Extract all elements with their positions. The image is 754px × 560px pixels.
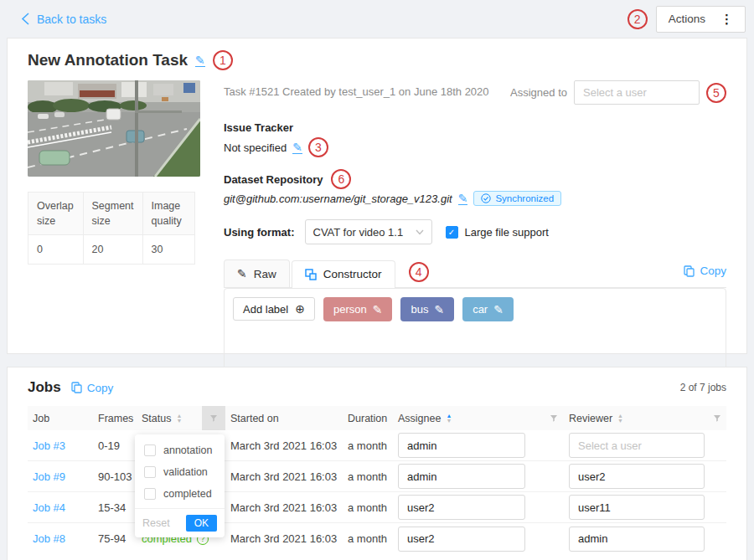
assignee-input[interactable] xyxy=(398,433,525,458)
filter-option-annotation[interactable]: annotation xyxy=(135,439,225,461)
page-title: New Annotation Task xyxy=(28,51,188,69)
back-to-tasks-link[interactable]: Back to tasks xyxy=(21,13,106,26)
param-value: 20 xyxy=(83,235,142,265)
large-file-label: Large file support xyxy=(465,226,549,239)
table-row: Job #9 90-103 March 3rd 2021 16:03 a mon… xyxy=(28,461,726,492)
col-status[interactable]: Status ▲▼ xyxy=(137,406,202,430)
checkbox-checked-icon: ✓ xyxy=(446,226,458,239)
callout-1: 1 xyxy=(213,50,233,70)
duration-cell: a month xyxy=(343,532,393,545)
param-header: Segment size xyxy=(83,193,142,235)
copy-jobs-link[interactable]: Copy xyxy=(71,382,114,394)
pencil-icon[interactable]: ✎ xyxy=(434,303,444,316)
jobs-card: Jobs Copy 2 of 7 jobs Job Frames Status … xyxy=(7,367,747,560)
status-filter-icon[interactable] xyxy=(202,406,225,430)
col-assignee[interactable]: Assignee ▲▼ xyxy=(393,406,544,430)
format-select[interactable]: CVAT for video 1.1 xyxy=(305,219,432,244)
filter-ok-button[interactable]: OK xyxy=(186,515,217,532)
job-link[interactable]: Job #9 xyxy=(33,470,65,483)
param-value: 0 xyxy=(28,235,84,265)
callout-2: 2 xyxy=(627,9,648,29)
started-cell: March 3rd 2021 16:03 xyxy=(225,439,343,452)
duration-cell: a month xyxy=(343,470,393,483)
col-job[interactable]: Job xyxy=(28,406,93,430)
issue-tracker-label: Issue Tracker xyxy=(224,121,726,134)
duration-cell: a month xyxy=(343,439,393,452)
reviewer-input[interactable] xyxy=(569,464,705,489)
dataset-repo-label: Dataset Repository xyxy=(224,173,323,186)
plus-circle-icon: ⊕ xyxy=(295,302,305,316)
callout-4: 4 xyxy=(409,262,429,282)
assignee-select-input[interactable] xyxy=(574,80,700,105)
col-duration[interactable]: Duration xyxy=(343,406,393,430)
dataset-repo-url: git@github.com:username/git_storage_v123… xyxy=(224,193,452,205)
table-row: Job #3 0-19 March 3rd 2021 16:03 a month xyxy=(28,430,726,461)
assignee-input[interactable] xyxy=(398,464,525,489)
started-cell: March 3rd 2021 16:03 xyxy=(225,470,343,483)
label-chip-person[interactable]: person ✎ xyxy=(323,297,392,321)
checkbox-icon xyxy=(144,488,156,500)
copy-icon xyxy=(684,265,695,277)
block-icon xyxy=(305,269,317,280)
job-link[interactable]: Job #3 xyxy=(33,439,65,452)
chevron-down-icon xyxy=(416,229,424,235)
labels-constructor-panel: Add label ⊕ person ✎ bus ✎ car ✎ xyxy=(224,288,726,378)
edit-title-icon[interactable]: ✎ xyxy=(195,54,205,67)
job-link[interactable]: Job #8 xyxy=(33,532,65,545)
filter-option-validation[interactable]: validation xyxy=(135,461,225,483)
assigned-to-label: Assigned to xyxy=(510,86,567,99)
frames-cell: 75-94 xyxy=(93,532,137,545)
sort-icons[interactable]: ▲▼ xyxy=(617,414,623,424)
callout-3: 3 xyxy=(308,137,328,157)
assignee-input[interactable] xyxy=(398,495,525,520)
reviewer-input[interactable] xyxy=(569,527,705,552)
actions-button[interactable]: Actions ⋮ xyxy=(656,6,746,33)
large-file-checkbox[interactable]: ✓ Large file support xyxy=(446,226,549,239)
status-filter-dropdown: annotation validation completed Reset OK xyxy=(135,434,225,537)
sort-icons[interactable]: ▲▼ xyxy=(446,414,452,424)
edit-repo-icon[interactable]: ✎ xyxy=(458,193,468,205)
sync-status-badge: Synchronized xyxy=(473,191,561,206)
copy-icon xyxy=(71,382,82,393)
frames-cell: 15-34 xyxy=(93,501,137,514)
pencil-icon[interactable]: ✎ xyxy=(493,303,504,316)
edit-issue-tracker-icon[interactable]: ✎ xyxy=(292,141,302,154)
pencil-icon: ✎ xyxy=(237,267,247,280)
task-details-card: New Annotation Task ✎ 1 xyxy=(7,38,747,354)
job-link[interactable]: Job #4 xyxy=(33,501,65,514)
col-frames[interactable]: Frames xyxy=(93,406,137,430)
jobs-count: 2 of 7 jobs xyxy=(680,382,726,393)
check-circle-icon xyxy=(481,193,491,203)
col-reviewer[interactable]: Reviewer ▲▼ xyxy=(564,406,708,430)
param-header: Image quality xyxy=(142,193,194,235)
task-meta: Task #1521 Created by test_user_1 on Jun… xyxy=(224,80,489,98)
jobs-table-header: Job Frames Status ▲▼ Started on Duration… xyxy=(28,406,726,430)
reviewer-filter-icon[interactable] xyxy=(708,406,726,430)
issue-tracker-value: Not specified xyxy=(224,141,287,154)
add-label-button[interactable]: Add label ⊕ xyxy=(233,297,315,321)
sort-icons[interactable]: ▲▼ xyxy=(176,414,182,424)
pencil-icon[interactable]: ✎ xyxy=(373,303,383,316)
task-params-table: Overlap size Segment size Image quality … xyxy=(28,192,195,265)
filter-option-completed[interactable]: completed xyxy=(135,483,225,505)
param-value: 30 xyxy=(142,235,194,265)
labels-tabs: ✎ Raw Constructor 4 Copy xyxy=(224,259,726,288)
frames-cell: 90-103 xyxy=(93,470,137,483)
assignee-filter-icon[interactable] xyxy=(544,406,564,430)
param-header: Overlap size xyxy=(28,193,84,235)
tab-raw[interactable]: ✎ Raw xyxy=(224,259,290,287)
started-cell: March 3rd 2021 16:03 xyxy=(225,532,343,545)
reviewer-input[interactable] xyxy=(569,495,705,520)
jobs-title: Jobs xyxy=(28,379,61,396)
reviewer-input[interactable] xyxy=(569,433,705,458)
label-chip-bus[interactable]: bus ✎ xyxy=(400,297,454,321)
started-cell: March 3rd 2021 16:03 xyxy=(225,501,343,514)
tab-constructor[interactable]: Constructor xyxy=(292,260,395,288)
using-format-label: Using format: xyxy=(224,226,295,239)
format-selected-value: CVAT for video 1.1 xyxy=(313,226,404,239)
label-chip-car[interactable]: car ✎ xyxy=(462,297,514,321)
col-started[interactable]: Started on xyxy=(225,406,343,430)
assignee-input[interactable] xyxy=(398,527,525,552)
filter-reset-button[interactable]: Reset xyxy=(142,517,170,529)
copy-labels-link[interactable]: Copy xyxy=(684,265,726,277)
